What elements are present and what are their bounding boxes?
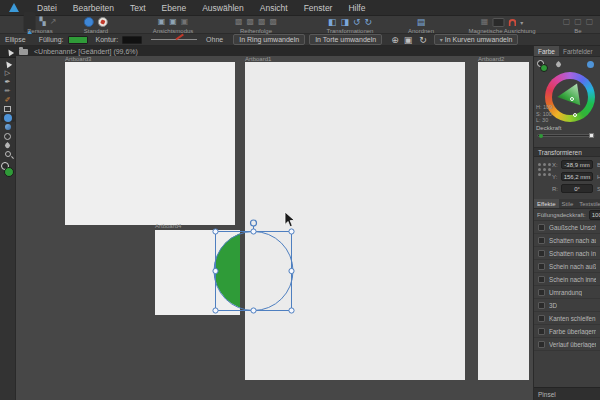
bevel-emboss-checkbox[interactable] [538,315,545,322]
color-picker-tool[interactable] [1,141,15,149]
stroke-width-slider[interactable] [151,39,197,40]
extra-icon-3[interactable]: ▢ [586,17,594,27]
eyedropper-icon[interactable] [555,61,562,68]
artboard-top-left[interactable] [65,62,235,225]
artboard-center[interactable] [245,62,465,380]
canvas[interactable]: Artboard3 Artboard1 Artboard2 Artboard4 [16,56,533,400]
color-wheel[interactable] [545,72,595,122]
cycle-icon[interactable]: ↻ [419,35,427,45]
transparency-tool[interactable] [1,123,15,131]
order-back-icon[interactable]: ▩ [270,17,278,27]
move-tool[interactable] [1,60,15,68]
node-tool[interactable]: ▷ [1,69,15,77]
rotation-input[interactable]: 0° [561,184,593,193]
hue-selector[interactable] [573,113,577,117]
arrange-icon[interactable]: ▤ [417,17,426,27]
stroke-swatch[interactable] [122,36,142,44]
menu-hilfe[interactable]: Hilfe [340,0,373,16]
order-backward-icon[interactable]: ▩ [258,17,266,27]
anchor-point-grid[interactable] [538,163,552,177]
pencil-tool[interactable]: ✏ [1,87,15,95]
effect-row[interactable]: Umrandung [534,286,600,299]
snap-toggle[interactable] [492,18,504,27]
artboard-bottom-left[interactable] [155,230,240,315]
gaussian-blur-checkbox[interactable] [538,224,545,231]
outline-checkbox[interactable] [538,289,545,296]
fill-color-well[interactable] [4,167,14,177]
selected-ellipse-fill[interactable] [214,231,240,310]
menu-bearbeiten[interactable]: Bearbeiten [65,0,122,16]
tab-stile[interactable]: Stile [559,199,577,208]
frame-tool[interactable] [1,105,15,113]
artboard-right[interactable] [478,62,529,380]
inner-glow-checkbox[interactable] [538,276,545,283]
inner-shadow-checkbox[interactable] [538,250,545,257]
tab-farbe[interactable]: Farbe [534,46,559,56]
artboard-label[interactable]: Artboard4 [155,223,181,229]
brushes-panel-header[interactable]: Pinsel [534,387,600,400]
extra-icon-2[interactable]: ▢ [574,17,582,27]
tab-effekte[interactable]: Effekte [534,199,559,208]
effect-row[interactable]: Farbe überlagern [534,325,600,338]
convert-to-pie-button[interactable]: In Torte umwandeln [309,34,382,46]
effect-row[interactable]: Schatten nach außen [534,234,600,247]
effect-row[interactable]: Kanten schleifen / Relief [534,312,600,325]
transform-box-icon[interactable]: ▣ [404,35,413,45]
fill-swatch[interactable] [68,36,88,44]
zoom-tool[interactable] [1,150,15,158]
rotate-ccw-icon[interactable]: ↺ [353,17,361,27]
shape-tool[interactable] [1,132,15,140]
opacity-slider-knob[interactable] [589,133,594,138]
effect-row[interactable]: Verlauf überlagern [534,338,600,351]
color-overlay-checkbox[interactable] [538,328,545,335]
ellipse-tool[interactable] [1,114,15,122]
flip-vertical-icon[interactable]: ◨ [340,17,349,27]
snap-candidates-icon[interactable]: ▦ [481,17,489,27]
snapping-caret-icon[interactable]: ▾ [520,19,523,26]
pixel-persona-icon[interactable]: ▚ [40,17,46,27]
document-tab-title[interactable]: <Unbenannt> [Geändert] (99,6%) [34,48,138,55]
brush-style-icon[interactable] [98,17,108,27]
convert-to-curves-button[interactable]: ▾ In Kurven umwandeln [434,34,519,46]
fill-opacity-value[interactable]: 100 % [589,210,600,220]
snapping-magnet-icon[interactable] [508,19,516,26]
effect-row[interactable]: Schein nach außen [534,260,600,273]
menu-ebene[interactable]: Ebene [154,0,195,16]
effect-row[interactable]: Schatten nach innen [534,247,600,260]
export-persona-icon[interactable]: ↗ [50,17,57,27]
effect-row[interactable]: 3D [534,299,600,312]
transform-panel-header[interactable]: Transformieren [534,147,600,157]
pen-tool[interactable]: ✒ [1,78,15,86]
extra-icon-1[interactable]: ▢ [563,17,571,27]
brush-tool[interactable]: ✐ [1,96,15,104]
panel-fill-stroke-selector[interactable] [537,60,551,73]
recent-color-swatch[interactable] [587,61,594,68]
view-normal-icon[interactable]: ▣ [158,17,166,27]
tab-farbfelder[interactable]: Farbfelder [559,46,597,56]
outer-glow-checkbox[interactable] [538,263,545,270]
tab-textstile[interactable]: Textstile [576,199,600,208]
order-forward-icon[interactable]: ▩ [246,17,254,27]
fill-stroke-selector[interactable] [1,162,15,180]
view-outline-icon[interactable]: ▣ [169,17,177,27]
outer-shadow-checkbox[interactable] [538,237,545,244]
effect-row[interactable]: Schein nach innen [534,273,600,286]
convert-to-ring-button[interactable]: In Ring umwandeln [233,34,305,46]
stroke-none-label[interactable]: Ohne [206,36,223,43]
order-front-icon[interactable]: ▩ [235,17,243,27]
flip-horizontal-icon[interactable]: ◧ [328,17,337,27]
y-input[interactable]: 156,2 mm [561,172,593,181]
gradient-overlay-checkbox[interactable] [538,341,545,348]
x-input[interactable]: -38,9 mm [561,160,593,169]
shade-selector[interactable] [570,97,574,101]
rotate-cw-icon[interactable]: ↻ [365,17,373,27]
opacity-slider[interactable] [537,134,595,137]
effect-row[interactable]: Gaußsche Unschärfe [534,221,600,234]
move-anchor-icon[interactable]: ⊕ [391,35,399,45]
menu-ansicht[interactable]: Ansicht [252,0,296,16]
view-split-icon[interactable]: ▣ [181,17,189,27]
panel-fill-well[interactable] [540,64,548,72]
menu-text[interactable]: Text [122,0,154,16]
menu-fenster[interactable]: Fenster [296,0,341,16]
info-icon[interactable] [84,17,94,27]
